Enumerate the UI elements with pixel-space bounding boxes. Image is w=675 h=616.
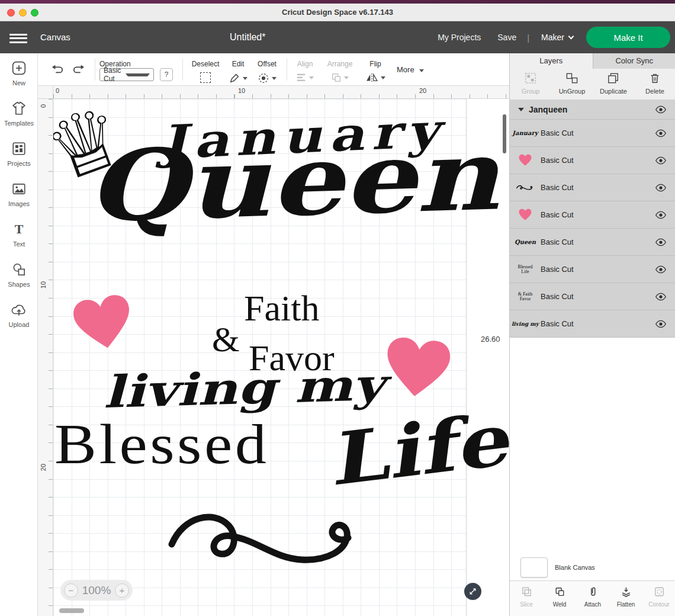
layer-row[interactable]: Blessed Life Basic Cut bbox=[510, 256, 675, 283]
sidebar-item-label: Templates bbox=[4, 120, 34, 127]
contour-label: Contour bbox=[642, 601, 675, 608]
tab-color-sync[interactable]: Color Sync bbox=[593, 53, 675, 69]
operation-help-button[interactable]: ? bbox=[160, 68, 173, 81]
delete-button[interactable]: Delete bbox=[634, 69, 675, 100]
attach-button[interactable]: Attach bbox=[576, 581, 609, 616]
design-text-faith[interactable]: Faith bbox=[244, 287, 319, 329]
align-button[interactable]: Align bbox=[291, 58, 319, 83]
deselect-icon bbox=[200, 72, 211, 83]
layer-type-label: Basic Cut bbox=[541, 265, 653, 274]
operation-select[interactable]: Basic Cut bbox=[99, 68, 154, 81]
ruler-ticks bbox=[53, 94, 509, 98]
caret-icon bbox=[344, 76, 349, 79]
eye-icon bbox=[654, 293, 667, 301]
diagonal-arrows-icon bbox=[468, 587, 477, 596]
undo-button[interactable] bbox=[50, 63, 65, 77]
layer-visibility-toggle[interactable] bbox=[653, 156, 668, 165]
flip-button[interactable]: Flip bbox=[362, 58, 388, 83]
redo-button[interactable] bbox=[71, 63, 86, 77]
save-link[interactable]: Save bbox=[497, 33, 516, 42]
design-text-ampersand[interactable]: & bbox=[212, 319, 240, 360]
edit-menu-button[interactable]: Edit bbox=[226, 58, 250, 84]
deselect-label: Deselect bbox=[192, 60, 220, 68]
artboard-grid[interactable]: ♕ January Queen Faith & Favor living my … bbox=[53, 99, 467, 616]
arrange-label: Arrange bbox=[327, 60, 353, 68]
swirl-flourish-image[interactable] bbox=[167, 506, 371, 575]
layer-row[interactable]: Basic Cut bbox=[510, 174, 675, 201]
canvas-color-swatch[interactable] bbox=[520, 557, 548, 578]
macos-titlebar: Cricut Design Space v6.17.143 bbox=[0, 4, 675, 21]
layer-row[interactable]: Basic Cut bbox=[510, 147, 675, 174]
layer-type-label: Basic Cut bbox=[541, 156, 653, 165]
layer-row[interactable]: January Basic Cut bbox=[510, 120, 675, 147]
design-text-blessed[interactable]: Blessed bbox=[54, 412, 269, 477]
duplicate-icon bbox=[607, 72, 620, 84]
sidebar-item-projects[interactable]: Projects bbox=[0, 134, 38, 174]
hamburger-menu-icon[interactable] bbox=[9, 31, 27, 43]
duplicate-button[interactable]: Duplicate bbox=[593, 69, 634, 100]
group-button[interactable]: Group bbox=[510, 69, 551, 100]
horizontal-scrollbar-thumb[interactable] bbox=[59, 608, 84, 613]
layer-visibility-toggle[interactable] bbox=[653, 293, 668, 301]
layer-row[interactable]: Queen Basic Cut bbox=[510, 229, 675, 256]
weld-button[interactable]: Weld bbox=[543, 581, 576, 616]
blank-canvas-label: Blank Canvas bbox=[555, 564, 595, 571]
contour-button[interactable]: Contour bbox=[642, 581, 675, 616]
more-menu-button[interactable]: More bbox=[397, 64, 424, 75]
machine-name: Maker bbox=[541, 33, 564, 42]
sidebar-item-text[interactable]: T Text bbox=[0, 214, 38, 255]
caret-icon bbox=[243, 77, 247, 80]
deselect-button[interactable]: Deselect bbox=[189, 58, 221, 83]
dimension-readout: 26.60 bbox=[481, 335, 500, 344]
sidebar-item-images[interactable]: Images bbox=[0, 174, 38, 214]
layer-visibility-toggle[interactable] bbox=[653, 238, 668, 246]
layer-row[interactable]: Basic Cut bbox=[510, 201, 675, 229]
ungroup-button[interactable]: UnGroup bbox=[551, 69, 593, 100]
heart-image[interactable] bbox=[371, 333, 464, 405]
design-text-life[interactable]: Life bbox=[321, 397, 509, 502]
layer-thumbnail bbox=[510, 208, 541, 221]
flatten-button[interactable]: Flatten bbox=[609, 581, 642, 616]
machine-selector[interactable]: Maker bbox=[541, 33, 573, 42]
projects-grid-icon bbox=[0, 141, 38, 158]
vertical-scrollbar-thumb[interactable] bbox=[503, 114, 506, 153]
arrange-button[interactable]: Arrange bbox=[323, 58, 356, 83]
slice-button[interactable]: Slice bbox=[510, 581, 543, 616]
design-text-living-my[interactable]: living my bbox=[102, 359, 385, 418]
canvas-board[interactable]: ♕ January Queen Faith & Favor living my … bbox=[53, 99, 509, 616]
layer-group-row[interactable]: Janqueen bbox=[510, 100, 675, 120]
sidebar-item-shapes[interactable]: Shapes bbox=[0, 255, 38, 295]
toolbar-separator bbox=[95, 59, 95, 81]
layer-thumbnail bbox=[510, 184, 541, 191]
sidebar-item-new[interactable]: New bbox=[0, 53, 38, 94]
layer-row[interactable]: living my Basic Cut bbox=[510, 310, 675, 338]
layer-visibility-toggle[interactable] bbox=[653, 211, 668, 219]
collapse-chevron-icon[interactable] bbox=[518, 108, 524, 111]
zoom-out-button[interactable]: − bbox=[64, 583, 78, 598]
layer-visibility-toggle[interactable] bbox=[653, 129, 668, 137]
zoom-in-button[interactable]: + bbox=[115, 583, 129, 598]
layer-type-label: Basic Cut bbox=[541, 319, 653, 328]
group-visibility-toggle[interactable] bbox=[653, 105, 668, 114]
layer-thumbnail: Queen bbox=[510, 239, 541, 245]
heart-thumb-icon bbox=[518, 154, 532, 166]
my-projects-link[interactable]: My Projects bbox=[438, 33, 481, 42]
eye-icon bbox=[654, 105, 667, 114]
layer-visibility-toggle[interactable] bbox=[653, 184, 668, 192]
text-icon: T bbox=[0, 222, 38, 238]
document-title[interactable]: Untitled* bbox=[230, 21, 265, 53]
sidebar-item-templates[interactable]: Templates bbox=[0, 94, 38, 134]
layer-row[interactable]: & Faith Favor Basic Cut bbox=[510, 283, 675, 310]
eye-icon bbox=[654, 211, 667, 219]
design-text-queen[interactable]: Queen bbox=[84, 117, 501, 243]
layer-visibility-toggle[interactable] bbox=[653, 320, 668, 328]
layer-visibility-toggle[interactable] bbox=[653, 265, 668, 274]
sidebar-item-upload[interactable]: Upload bbox=[0, 295, 38, 335]
canvas-resize-handle[interactable] bbox=[464, 583, 481, 600]
sidebar-item-label: Images bbox=[8, 200, 30, 207]
heart-image[interactable] bbox=[68, 290, 139, 358]
ruler-ticks bbox=[49, 99, 53, 616]
tab-layers[interactable]: Layers bbox=[510, 53, 593, 69]
offset-button[interactable]: Offset bbox=[253, 58, 281, 84]
make-it-button[interactable]: Make It bbox=[586, 27, 670, 48]
